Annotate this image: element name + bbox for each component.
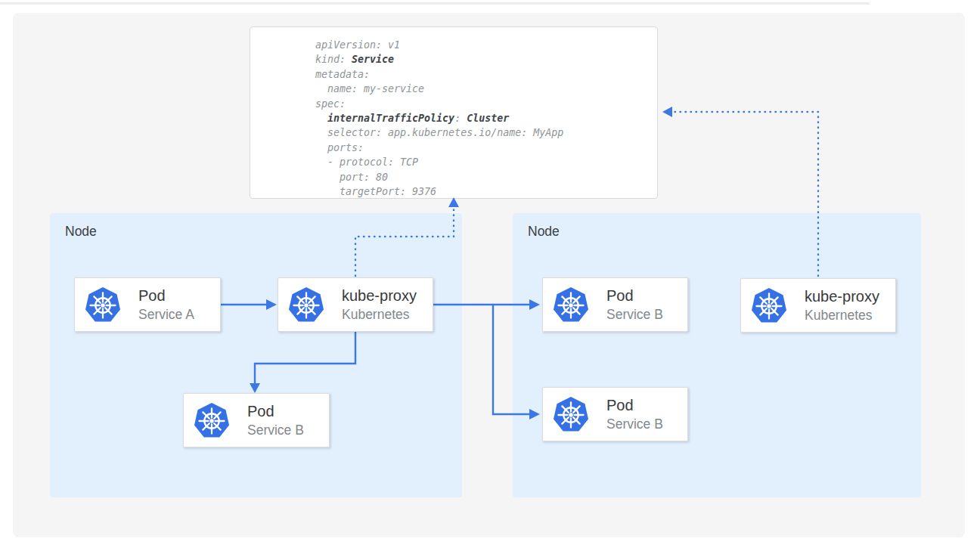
code-line: metadata: (315, 67, 657, 82)
service-yaml-card: apiVersion: v1kind: Servicemetadata: nam… (250, 26, 658, 199)
node-label: Node (65, 224, 97, 240)
yaml-code: apiVersion: v1kind: Servicemetadata: nam… (315, 38, 657, 199)
node-box-right: Node (513, 213, 921, 497)
kubernetes-icon (193, 401, 231, 439)
card-title: Pod (606, 286, 663, 305)
card-title: kube-proxy (805, 287, 879, 305)
kube-proxy-card-right: kube-proxy Kubernetes (740, 278, 896, 333)
pod-card-service-b-left: Pod Service B (183, 393, 330, 447)
code-line: port: 80 (315, 170, 657, 184)
kubernetes-icon (552, 395, 590, 433)
code-line: name: my-service (315, 82, 657, 96)
kube-proxy-card-left: kube-proxy Kubernetes (278, 277, 433, 332)
pod-card-service-b-right-top: Pod Service B (542, 277, 688, 332)
kubernetes-icon (84, 286, 122, 323)
code-line: spec: (315, 97, 657, 111)
code-line: selector: app.kubernetes.io/name: MyApp (315, 125, 657, 140)
kubernetes-icon (287, 286, 325, 323)
card-subtitle: Service A (138, 306, 194, 323)
pod-card-service-a: Pod Service A (74, 277, 221, 332)
card-subtitle: Kubernetes (342, 306, 417, 323)
code-line: ports: (315, 141, 657, 155)
node-box-left: Node (50, 213, 462, 497)
card-title: kube-proxy (342, 286, 417, 305)
kubernetes-icon (552, 286, 590, 323)
card-subtitle: Service B (606, 306, 663, 323)
code-line: internalTrafficPolicy: Cluster (315, 111, 657, 125)
card-subtitle: Service B (247, 422, 304, 438)
top-divider-line (0, 2, 870, 5)
code-line: apiVersion: v1 (315, 38, 657, 52)
card-subtitle: Service B (606, 416, 663, 432)
kubernetes-icon (750, 286, 788, 324)
card-title: Pod (247, 402, 304, 420)
card-subtitle: Kubernetes (805, 307, 879, 323)
code-line: - protocol: TCP (315, 155, 657, 169)
card-title: Pod (138, 286, 194, 305)
pod-card-service-b-right-bottom: Pod Service B (542, 387, 688, 441)
code-line: kind: Service (315, 52, 657, 67)
card-title: Pod (606, 396, 663, 414)
node-label: Node (528, 224, 560, 240)
code-line: targetPort: 9376 (315, 184, 657, 199)
